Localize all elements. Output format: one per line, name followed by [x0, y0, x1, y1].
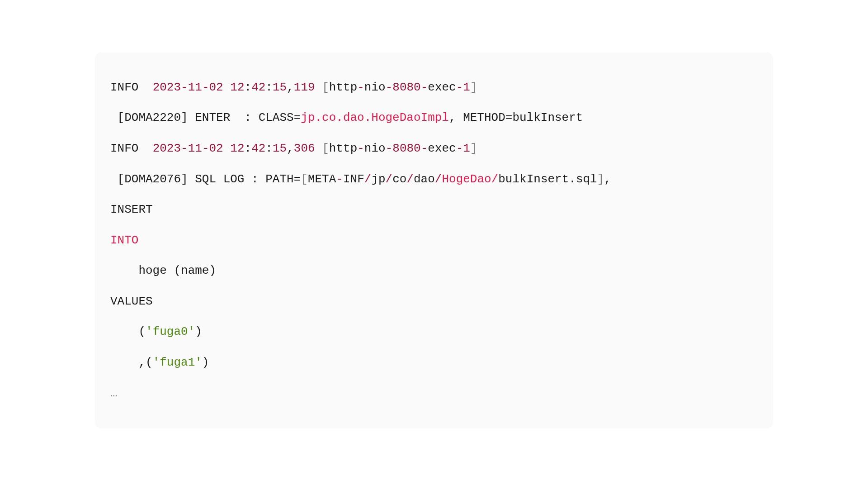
dao-name: HogeDao	[442, 172, 491, 186]
ts-year: 2023	[153, 81, 181, 94]
sql-into: INTO	[110, 233, 138, 247]
ts-hour: 12	[230, 142, 244, 155]
log-line-1: INFO 2023-11-02 12:42:15,119 [http-nio-8…	[110, 81, 477, 94]
ts-year: 2023	[153, 142, 181, 155]
log-line-2: [DOMA2220] ENTER : CLASS=jp.co.dao.HogeD…	[110, 111, 583, 124]
thread-port: 8080	[392, 142, 420, 155]
class-name: jp.co.dao.HogeDaoImpl	[301, 111, 449, 124]
doma-enter-prefix: [DOMA2220] ENTER :	[110, 111, 259, 124]
log-level: INFO	[110, 142, 153, 155]
ts-hour: 12	[230, 81, 244, 94]
doma-sqllog-prefix: [DOMA2076] SQL LOG :	[110, 172, 265, 186]
sql-insert: INSERT	[110, 203, 153, 216]
ts-day: 02	[209, 142, 223, 155]
sql-value-row: ,('fuga1')	[110, 356, 209, 369]
log-line-4: [DOMA2076] SQL LOG : PATH=[META-INF/jp/c…	[110, 172, 611, 186]
sql-string-literal: 'fuga0'	[146, 325, 195, 338]
sql-table: hoge (name)	[110, 264, 216, 277]
thread-num: 1	[463, 81, 470, 94]
ts-day: 02	[209, 81, 223, 94]
ts-month: 11	[188, 81, 202, 94]
ts-ms: 306	[294, 142, 315, 155]
thread-port: 8080	[392, 81, 420, 94]
ts-ms: 119	[294, 81, 315, 94]
method-name: bulkInsert	[512, 111, 583, 124]
sql-string-literal: 'fuga1'	[153, 356, 202, 369]
ts-min: 42	[251, 81, 265, 94]
sql-values: VALUES	[110, 295, 153, 308]
log-level: INFO	[110, 81, 153, 94]
ts-month: 11	[188, 142, 202, 155]
ts-sec: 15	[273, 81, 287, 94]
code-block: INFO 2023-11-02 12:42:15,119 [http-nio-8…	[95, 52, 773, 429]
ts-sec: 15	[273, 142, 287, 155]
thread-num: 1	[463, 142, 470, 155]
log-line-3: INFO 2023-11-02 12:42:15,306 [http-nio-8…	[110, 142, 477, 155]
ellipsis: …	[110, 386, 118, 400]
ts-min: 42	[251, 142, 265, 155]
sql-value-row: ('fuga0')	[110, 325, 202, 338]
